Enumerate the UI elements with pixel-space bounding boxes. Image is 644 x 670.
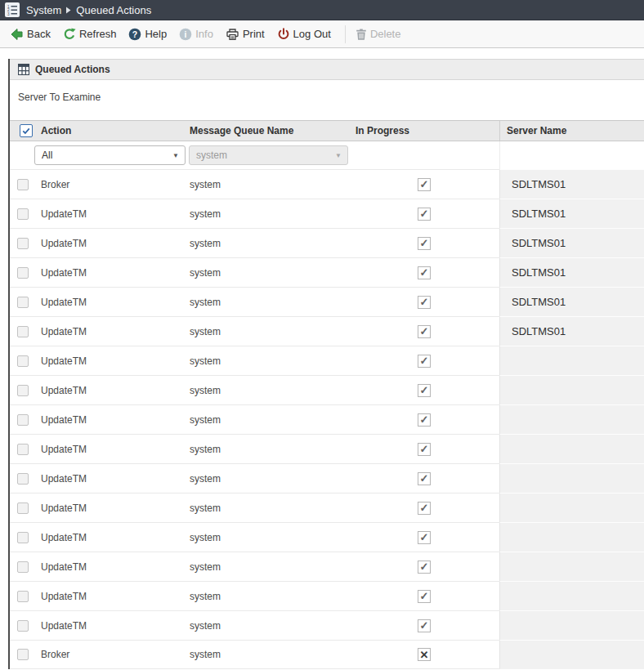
row-select-cell xyxy=(10,257,34,287)
column-header-message-queue-name[interactable]: Message Queue Name xyxy=(183,121,349,141)
table-row: Broker system SDLTMS01 xyxy=(10,169,644,199)
refresh-button[interactable]: Refresh xyxy=(63,28,117,41)
server-name-cell xyxy=(499,552,644,581)
action-cell: UpdateTM xyxy=(34,552,183,581)
in-progress-checkbox[interactable] xyxy=(418,208,431,221)
table-row: UpdateTM system xyxy=(10,375,644,404)
row-checkbox[interactable] xyxy=(17,355,29,367)
row-checkbox[interactable] xyxy=(17,444,29,455)
in-progress-cell xyxy=(349,199,499,228)
in-progress-checkbox[interactable] xyxy=(418,237,431,250)
in-progress-checkbox[interactable] xyxy=(418,502,431,515)
row-checkbox[interactable] xyxy=(17,238,29,249)
in-progress-checkbox[interactable] xyxy=(418,325,431,338)
refresh-icon xyxy=(63,28,76,41)
table-row: UpdateTM system SDLTMS01 xyxy=(10,257,644,287)
in-progress-cell xyxy=(349,581,499,610)
svg-text:?: ? xyxy=(132,29,137,38)
action-cell: UpdateTM xyxy=(34,493,183,522)
logout-label: Log Out xyxy=(293,28,331,40)
in-progress-cell xyxy=(349,169,499,199)
message-queue-cell: system xyxy=(183,434,349,463)
in-progress-checkbox[interactable] xyxy=(418,296,431,309)
back-label: Back xyxy=(27,28,51,40)
row-checkbox[interactable] xyxy=(17,502,29,514)
panel-header: Queued Actions xyxy=(10,59,644,80)
message-queue-cell: system xyxy=(183,552,349,581)
in-progress-checkbox[interactable] xyxy=(418,355,431,368)
server-name-cell xyxy=(499,404,644,434)
numbered-list-icon: 1 2 3 xyxy=(5,2,20,17)
message-queue-cell: system xyxy=(183,493,349,522)
row-checkbox[interactable] xyxy=(17,649,29,660)
row-checkbox[interactable] xyxy=(17,561,29,573)
row-checkbox[interactable] xyxy=(17,179,29,190)
row-select-cell xyxy=(10,316,34,346)
panel-title: Queued Actions xyxy=(35,64,110,75)
row-select-cell xyxy=(10,640,34,669)
info-icon: i xyxy=(179,28,192,41)
logout-button[interactable]: Log Out xyxy=(277,28,331,41)
in-progress-checkbox[interactable] xyxy=(418,178,431,191)
in-progress-checkbox[interactable] xyxy=(418,531,431,544)
in-progress-cell xyxy=(349,463,499,493)
in-progress-checkbox[interactable] xyxy=(418,472,431,485)
action-cell: UpdateTM xyxy=(34,610,183,640)
row-checkbox[interactable] xyxy=(17,620,29,632)
action-cell: UpdateTM xyxy=(34,346,183,375)
in-progress-checkbox[interactable] xyxy=(418,413,431,427)
row-checkbox[interactable] xyxy=(17,385,29,396)
message-queue-cell: system xyxy=(183,522,349,552)
server-name-cell xyxy=(499,463,644,493)
in-progress-checkbox[interactable] xyxy=(418,590,431,603)
in-progress-checkbox[interactable] xyxy=(418,561,431,574)
breadcrumb-section[interactable]: System xyxy=(26,4,61,16)
in-progress-checkbox[interactable] xyxy=(418,384,431,397)
row-checkbox[interactable] xyxy=(17,297,29,308)
column-header-action[interactable]: Action xyxy=(34,121,183,141)
action-cell: UpdateTM xyxy=(34,434,183,463)
select-all-checkbox[interactable] xyxy=(20,124,33,137)
row-checkbox[interactable] xyxy=(17,473,29,485)
action-cell: UpdateTM xyxy=(34,228,183,257)
row-checkbox[interactable] xyxy=(17,267,29,279)
action-filter-dropdown[interactable]: All ▼ xyxy=(34,145,186,165)
table-row: UpdateTM system xyxy=(10,346,644,375)
table-row: UpdateTM system SDLTMS01 xyxy=(10,199,644,228)
title-bar: 1 2 3 System Queued Actions xyxy=(0,0,644,20)
table-row: UpdateTM system xyxy=(10,404,644,434)
message-queue-cell: system xyxy=(183,257,349,287)
row-checkbox[interactable] xyxy=(17,591,29,602)
svg-text:3: 3 xyxy=(7,12,10,16)
in-progress-checkbox[interactable] xyxy=(418,619,431,632)
row-select-cell xyxy=(10,346,34,375)
action-cell: UpdateTM xyxy=(34,581,183,610)
action-cell: UpdateTM xyxy=(34,404,183,434)
in-progress-cell xyxy=(349,552,499,581)
table-body: Broker system SDLTMS01 UpdateTM system S… xyxy=(10,169,644,669)
message-queue-filter-value: system xyxy=(196,150,227,161)
help-button[interactable]: ? Help xyxy=(128,28,167,41)
row-checkbox[interactable] xyxy=(17,326,29,337)
action-cell: Broker xyxy=(34,169,183,199)
server-name-cell xyxy=(499,640,644,669)
table-row: UpdateTM system xyxy=(10,581,644,610)
row-select-cell xyxy=(10,581,34,610)
toolbar-separator xyxy=(345,25,346,43)
help-label: Help xyxy=(145,28,167,40)
row-checkbox[interactable] xyxy=(17,414,29,426)
column-header-server-name[interactable]: Server Name xyxy=(499,121,644,141)
in-progress-checkbox[interactable] xyxy=(418,648,431,661)
row-checkbox[interactable] xyxy=(17,532,29,543)
print-label: Print xyxy=(243,28,265,40)
refresh-label: Refresh xyxy=(79,28,117,40)
column-header-in-progress[interactable]: In Progress xyxy=(349,121,499,141)
in-progress-checkbox[interactable] xyxy=(418,443,431,456)
chevron-down-icon: ▼ xyxy=(335,152,342,159)
message-queue-cell: system xyxy=(183,346,349,375)
server-name-cell: SDLTMS01 xyxy=(499,228,644,257)
back-button[interactable]: Back xyxy=(10,28,51,41)
row-checkbox[interactable] xyxy=(17,208,29,220)
print-button[interactable]: Print xyxy=(226,28,265,41)
in-progress-checkbox[interactable] xyxy=(418,266,431,279)
